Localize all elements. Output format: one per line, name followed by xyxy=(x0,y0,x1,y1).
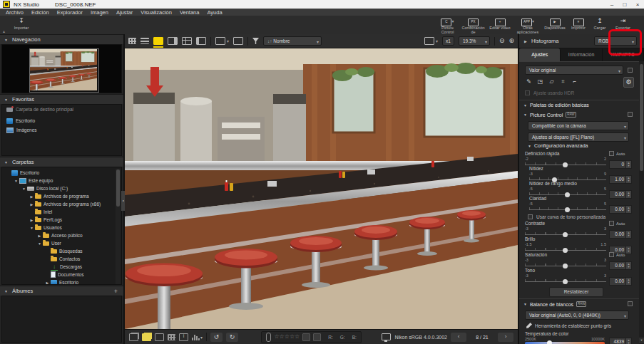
tab-xmp-iptc[interactable]: XMP/IPTC xyxy=(603,48,644,61)
tree-item-archivos-programa[interactable]: ▶ Archivos de programa xyxy=(2,192,121,200)
carpetas-header[interactable]: ▼ Carpetas xyxy=(0,157,123,167)
channel-dropdown[interactable]: RGB xyxy=(594,36,637,46)
tree-item-disco-local[interactable]: ▼ Disco local (C:) xyxy=(2,184,121,192)
slider-value-box[interactable]: 0.00▲▼ xyxy=(609,205,632,214)
tree-item-usuarios[interactable]: ▼ Usuarios xyxy=(2,224,121,231)
slider-value-box[interactable]: 0.00▲▼ xyxy=(609,190,632,199)
picture-control-checkbox[interactable] xyxy=(628,112,633,117)
tree-item-acceso-publico[interactable]: ▶ Acceso público xyxy=(2,231,121,239)
menu-ajustar[interactable]: Ajustar xyxy=(116,9,133,16)
tab-informacion[interactable]: Información xyxy=(561,48,602,61)
filmstrip-left-icon[interactable] xyxy=(196,37,206,45)
stepper-icon[interactable]: ▲▼ xyxy=(626,205,632,214)
previous-image-button[interactable]: ‹ xyxy=(451,333,466,342)
zoom-in-icon[interactable]: ⊕ xyxy=(508,36,514,46)
filter-icon[interactable] xyxy=(252,38,259,44)
slider-value-box[interactable]: 0.00▲▼ xyxy=(609,230,632,239)
slider-thumb[interactable] xyxy=(565,207,570,212)
pixel-shift-button[interactable]: PX Combinación de desplazamiento de píxe… xyxy=(460,16,486,33)
stepper-icon[interactable]: ▲▼ xyxy=(626,261,632,270)
temperature-value-box[interactable]: 4839▲▼ xyxy=(609,338,632,344)
auto-checkbox[interactable] xyxy=(609,221,614,226)
navigation-thumbnail[interactable] xyxy=(29,48,99,93)
thumbnail-list-icon[interactable] xyxy=(140,38,149,44)
stepper-icon[interactable]: ▲▼ xyxy=(626,338,632,344)
close-button[interactable]: × xyxy=(631,1,644,9)
next-image-button[interactable]: › xyxy=(498,333,513,342)
maximize-button[interactable]: □ xyxy=(618,1,631,9)
sort-dropdown[interactable]: ↓↑ Nombre xyxy=(263,36,322,46)
saturation-slider[interactable] xyxy=(525,263,606,269)
add-album-button[interactable]: + xyxy=(114,286,118,296)
white-balance-dropdown[interactable]: Valor original (Auto0, 0, 0 (4840K)) xyxy=(525,311,629,320)
menu-ayuda[interactable]: Ayuda xyxy=(207,9,222,16)
stepper-icon[interactable]: ▲▼ xyxy=(626,277,632,286)
tree-item-escritorio[interactable]: Escritorio xyxy=(2,169,121,177)
stepper-icon[interactable]: ▲▼ xyxy=(626,160,632,169)
albumes-header[interactable]: ▼ Álbumes + xyxy=(0,286,123,296)
slider-value-box[interactable]: 0.00▲▼ xyxy=(609,277,632,286)
slider-value-box[interactable]: 1.00▲▼ xyxy=(609,175,632,184)
favorite-escritorio[interactable]: Escritorio xyxy=(2,116,121,125)
viewer-multi-icon[interactable] xyxy=(142,333,151,341)
picture-control-dropdown[interactable]: Compatible con la cámara xyxy=(528,121,629,130)
zoom-percent-dropdown[interactable]: 19.3% xyxy=(459,36,490,46)
rotate-left-button[interactable]: ↺ xyxy=(210,333,223,342)
tone-curve-checkbox-row[interactable]: Usar curva de tono personalizada xyxy=(528,214,605,219)
menu-visualizacion[interactable]: Visualización xyxy=(140,9,172,16)
import-button[interactable]: ↧ Importar xyxy=(7,16,36,33)
slider-thumb[interactable] xyxy=(563,279,568,284)
straighten-icon[interactable]: ⌐ xyxy=(571,78,578,85)
hue-slider[interactable] xyxy=(525,278,606,284)
chevron-right-icon[interactable]: ▶ xyxy=(29,202,35,207)
paletas-section-header[interactable]: ▼ Paletas de edición básicas xyxy=(523,103,589,108)
sync-zoom-icon[interactable] xyxy=(233,37,243,45)
favoritas-header[interactable]: ▼ Favoritas xyxy=(0,94,123,104)
slideshow-button[interactable]: ▶ Diapositivas xyxy=(543,16,566,33)
menu-ventana[interactable]: Ventana xyxy=(180,9,200,16)
menu-imagen[interactable]: Imagen xyxy=(91,9,108,16)
edit-video-button[interactable]: + Editar vídeo xyxy=(488,16,512,33)
stepper-icon[interactable]: ▲▼ xyxy=(626,175,632,184)
chevron-down-icon[interactable]: ▼ xyxy=(29,226,35,230)
info-overlay-icon[interactable] xyxy=(179,333,188,341)
picture-control-button[interactable]: C▾ Picture Control personalizado xyxy=(435,16,460,33)
crop-icon[interactable]: ⌗ xyxy=(559,78,567,85)
rotate-right-button[interactable]: ↻ xyxy=(226,333,238,342)
image-filmstrip-icon[interactable] xyxy=(168,37,178,45)
other-apps-button[interactable]: APP▾ Otras aplicaciones xyxy=(513,16,542,33)
slider-thumb[interactable] xyxy=(565,192,570,197)
slider-thumb[interactable] xyxy=(563,248,568,253)
scroll-down-icon[interactable]: ▼ xyxy=(639,338,644,343)
chevron-right-icon[interactable]: ▶ xyxy=(29,218,35,222)
tree-item-archivos-programa-x86[interactable]: ▶ Archivos de programa (x86) xyxy=(2,200,121,208)
tree-item-busquedas[interactable]: Búsquedas xyxy=(2,247,121,255)
histogram-toggle[interactable]: ▾ xyxy=(192,334,203,340)
compare-button[interactable]: ▾ xyxy=(215,37,229,45)
slider-thumb[interactable] xyxy=(563,232,568,237)
tree-item-descargas[interactable]: ↓ Descargas xyxy=(2,263,121,271)
hdr-checkbox-row[interactable]: Ajuste usando HDR xyxy=(525,90,574,95)
tree-item-documentos[interactable]: Documentos xyxy=(2,271,121,278)
auto-checkbox-row[interactable]: Auto xyxy=(609,221,625,226)
multi-view-icon[interactable] xyxy=(182,37,192,45)
tree-scrollbar[interactable] xyxy=(116,169,121,284)
preset-dropdown[interactable]: Valor original xyxy=(525,66,623,75)
chevron-down-icon[interactable]: ▼ xyxy=(21,187,27,191)
slider-value-box[interactable]: 0▲▼ xyxy=(609,160,632,169)
chevron-right-icon[interactable]: ▶ xyxy=(36,234,43,238)
label-tag-icon[interactable] xyxy=(302,333,310,341)
viewer-single-icon[interactable] xyxy=(129,333,138,341)
tab-ajustes[interactable]: Ajustes xyxy=(519,48,561,61)
white-balance-checkbox[interactable] xyxy=(628,301,633,306)
star-rating[interactable]: ☆☆☆☆☆ xyxy=(274,332,300,342)
sidebar-splitter-handle[interactable]: ◂ xyxy=(121,191,125,211)
fullscreen-icon[interactable] xyxy=(155,333,164,341)
thumbnail-grid-icon[interactable] xyxy=(128,38,136,44)
slider-value-box[interactable]: 0.00▲▼ xyxy=(609,261,632,270)
chevron-down-icon[interactable]: ▼ xyxy=(36,241,43,246)
color-control-point-icon[interactable]: ◳ xyxy=(536,78,544,85)
gear-icon[interactable]: ⚙ xyxy=(623,77,634,88)
tree-item-intel[interactable]: Intel xyxy=(2,208,121,216)
reset-button[interactable]: Restablecer xyxy=(549,287,603,297)
